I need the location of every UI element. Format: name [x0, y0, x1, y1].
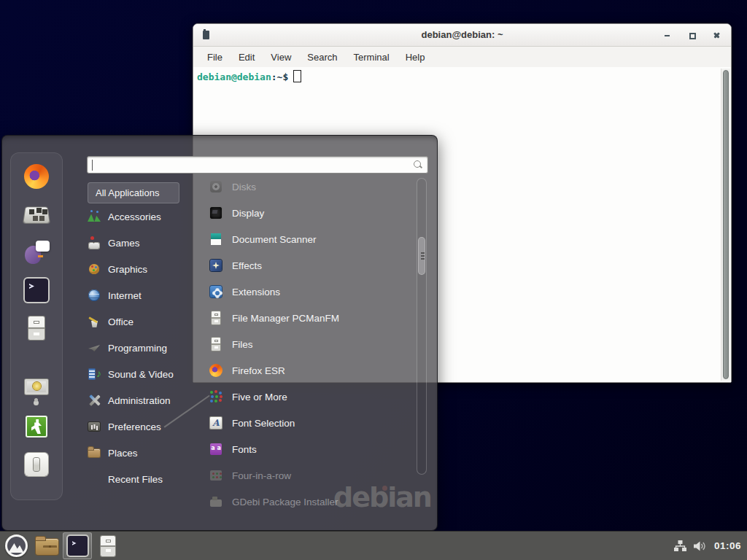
menu-scrollbar[interactable] [417, 178, 427, 475]
terminal-titlebar[interactable]: debian@debian: ~ [193, 24, 731, 47]
system-tray: 01:06 [674, 532, 747, 560]
session-button-shutdown[interactable] [23, 451, 50, 478]
taskbar-button-folder[interactable] [32, 532, 61, 559]
menubar-item[interactable]: File [199, 47, 231, 67]
category-list: Accessories Games Graphics Internet Offi… [88, 203, 197, 492]
category-icon-accessories [88, 210, 101, 223]
category-item-recent-files[interactable]: Recent Files [88, 466, 197, 492]
category-icon-sound-video [88, 368, 101, 381]
app-item-file-manager-pcmanfm[interactable]: File Manager PCManFM [209, 305, 414, 331]
app-item-gdebi-package-installer[interactable]: GDebi Package Installer [209, 489, 414, 515]
category-label: Graphics [108, 264, 147, 275]
menubar-item[interactable]: View [263, 47, 299, 67]
terminal-scrollbar[interactable] [721, 69, 730, 381]
session-button-lock-screen[interactable] [23, 376, 50, 402]
favorite-firefox[interactable] [23, 163, 50, 190]
category-item-places[interactable]: Places [88, 440, 197, 466]
app-icon-four-in-a-row [209, 468, 223, 483]
category-label: Places [108, 448, 138, 459]
menubar-item[interactable]: Terminal [346, 47, 398, 67]
close-button[interactable] [713, 31, 721, 39]
app-item-five-or-more[interactable]: Five or More [209, 384, 414, 410]
search-caret [92, 160, 93, 171]
category-item-programming[interactable]: Programming [88, 335, 197, 361]
app-item-disks[interactable]: Disks [209, 174, 414, 200]
favorite-settings[interactable] [23, 201, 50, 228]
taskbar-button-terminal[interactable] [63, 532, 92, 559]
category-item-games[interactable]: Games [88, 230, 197, 256]
taskbar-icon-terminal [67, 535, 88, 556]
app-icon-disks [209, 179, 223, 194]
app-label: File Manager PCManFM [232, 313, 339, 324]
session-button-logout[interactable] [23, 413, 50, 440]
category-label: Accessories [108, 211, 161, 222]
app-label: Disks [232, 182, 256, 192]
app-label: Firefox ESR [232, 365, 285, 376]
search-icon [413, 160, 423, 170]
taskbar-icon-file-cabinet [98, 535, 117, 557]
app-item-document-scanner[interactable]: Document Scanner [209, 226, 414, 252]
app-item-four-in-a-row[interactable]: Four-in-a-row [209, 462, 414, 489]
category-icon-places [88, 446, 101, 459]
category-item-administration[interactable]: Administration [88, 387, 197, 413]
all-applications-button[interactable]: All Applications [88, 182, 179, 203]
category-icon-games [88, 236, 101, 249]
app-label: Files [232, 339, 253, 350]
menubar-item[interactable]: Search [299, 47, 345, 67]
app-item-fonts[interactable]: Fonts [209, 436, 414, 462]
session-buttons-group [23, 376, 50, 489]
category-item-internet[interactable]: Internet [88, 282, 197, 308]
app-icon-file-cabinet [209, 337, 223, 351]
menubar-item[interactable]: Edit [231, 47, 263, 67]
app-icon-font-selection [209, 416, 223, 430]
category-icon-internet [88, 289, 101, 302]
all-applications-label: All Applications [96, 187, 159, 198]
app-icon-file-cabinet [209, 311, 223, 325]
app-label: Document Scanner [232, 234, 317, 245]
app-icon-gdebi [209, 494, 223, 509]
search-input[interactable] [87, 156, 428, 174]
favorite-file-cabinet[interactable] [23, 315, 50, 341]
application-menu: All Applications Accessories Games Graph… [1, 135, 438, 531]
app-icon-document-scanner [209, 232, 223, 246]
category-item-office[interactable]: Office [88, 308, 197, 335]
category-label: Preferences [108, 421, 161, 432]
category-icon-office [88, 315, 101, 328]
category-item-graphics[interactable]: Graphics [88, 256, 197, 282]
app-item-firefox-esr[interactable]: Firefox ESR [209, 357, 414, 384]
app-item-display[interactable]: Display [209, 200, 414, 226]
volume-icon[interactable] [694, 541, 707, 551]
menu-scrollbar-thumb[interactable] [418, 237, 425, 275]
app-item-extensions[interactable]: Extensions [209, 279, 414, 305]
minimize-button[interactable] [663, 31, 671, 39]
app-icon-effects [209, 258, 223, 273]
app-item-files[interactable]: Files [209, 331, 414, 357]
category-icon-none [88, 472, 101, 486]
clock[interactable]: 01:06 [714, 540, 741, 551]
taskbar-icon-menu [5, 534, 28, 557]
app-label: Fonts [232, 444, 257, 455]
maximize-button[interactable] [688, 31, 696, 39]
favorite-pidgin[interactable] [23, 239, 50, 265]
category-label: Games [108, 238, 140, 249]
app-label: Display [232, 208, 264, 219]
category-item-accessories[interactable]: Accessories [88, 203, 197, 230]
app-icon-display [209, 206, 223, 220]
favorites-panel [10, 152, 63, 500]
app-item-font-selection[interactable]: Font Selection [209, 410, 414, 436]
app-item-effects[interactable]: Effects [209, 252, 414, 279]
terminal-scrollbar-thumb[interactable] [723, 70, 729, 379]
app-label: Extensions [232, 287, 280, 298]
menubar-item[interactable]: Help [398, 47, 433, 67]
network-icon[interactable] [674, 540, 686, 551]
category-item-preferences[interactable]: Preferences [88, 413, 197, 440]
window-title: debian@debian: ~ [193, 24, 731, 46]
taskbar-icon-folder [36, 537, 58, 555]
category-item-sound-video[interactable]: Sound & Video [88, 361, 197, 387]
taskbar-button-menu[interactable] [1, 532, 31, 559]
application-list: Disks Display Document Scanner Effects E… [209, 174, 414, 515]
taskbar-button-file-cabinet[interactable] [93, 532, 123, 559]
favorite-terminal[interactable] [23, 277, 50, 303]
app-icon-fonts [209, 442, 223, 456]
app-icon-five-or-more [209, 389, 223, 404]
